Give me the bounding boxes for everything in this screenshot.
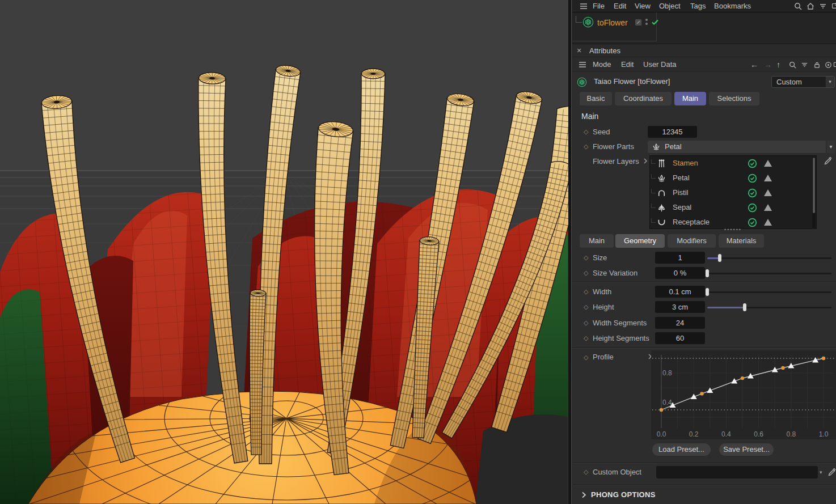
up-arrow-icon[interactable]: ↑ [776,61,780,69]
keyframe-diamond-icon[interactable]: ◇ [584,288,588,295]
lock-icon[interactable] [813,61,821,69]
layer-enabled-check-icon[interactable] [748,203,757,215]
slider-knob[interactable] [706,288,709,296]
filter-icon[interactable] [818,2,827,11]
list-item-pistil[interactable]: Pistil [650,185,816,200]
panel-resize-handle[interactable]: •••••• [649,227,817,232]
eyedropper-icon[interactable] [827,468,836,477]
menu-user-data[interactable]: User Data [643,57,677,72]
list-item-stamen[interactable]: Stamen [650,156,816,171]
menu-file[interactable]: File [593,0,605,12]
menu-edit[interactable]: Edit [614,0,626,12]
save-preset-button[interactable]: Save Preset... [719,443,774,456]
size-variation-input[interactable]: 0 % [655,267,705,279]
edit-state-icon[interactable] [635,19,642,26]
menu-edit[interactable]: Edit [621,57,634,72]
menu-object[interactable]: Object [659,0,681,12]
tab-materials[interactable]: Materials [719,234,764,248]
object-manager: toFlower [572,12,836,44]
slider-knob[interactable] [743,303,746,311]
menu-tags[interactable]: Tags [690,0,706,12]
layer-enabled-check-icon[interactable] [748,188,757,200]
search-icon[interactable] [788,61,797,69]
object-tree-item-toflower[interactable]: toFlower [597,17,628,28]
viewport-3d[interactable] [0,0,568,504]
size-variation-slider[interactable] [707,269,831,277]
list-scrollbar[interactable] [812,156,816,228]
popout-icon[interactable] [831,2,836,10]
keyframe-diamond-icon[interactable]: ◇ [584,143,588,150]
tab-main[interactable]: Main [580,234,614,248]
tab-coordinates[interactable]: Coordinates [615,92,672,105]
list-item-sepal[interactable]: Sepal [650,200,816,215]
tab-main[interactable]: Main [674,92,706,105]
height-input[interactable]: 3 cm [655,301,705,313]
slider-knob[interactable] [706,269,709,277]
panel-divider[interactable] [568,0,572,504]
layer-enabled-check-icon[interactable] [748,159,757,171]
chevron-right-icon[interactable] [581,491,587,498]
keyframe-diamond-icon[interactable]: ◇ [584,468,588,476]
layer-name: Petal [673,171,690,185]
popout-icon[interactable] [833,61,836,68]
keyframe-diamond-icon[interactable]: ◇ [584,269,588,277]
hamburger-menu-icon[interactable] [579,2,588,11]
seed-input[interactable]: 12345 [648,126,697,138]
primary-tabs: Basic Coordinates Main Selections [572,92,836,105]
size-input[interactable]: 1 [655,252,705,264]
width-segments-input[interactable]: 24 [655,317,705,329]
petal-icon [652,142,661,151]
phong-options-section[interactable]: PHONG OPTIONS [591,490,656,499]
flower-parts-dropdown[interactable]: Petal ▾ [648,141,835,153]
forward-arrow-icon[interactable]: → [764,61,772,69]
width-input[interactable]: 0.1 cm [655,286,705,298]
tab-modifiers[interactable]: Modifiers [668,234,716,248]
keyframe-diamond-icon[interactable]: ◇ [584,303,588,311]
target-icon[interactable] [824,61,833,69]
flower-layers-label: Flower Layers [593,157,639,166]
custom-object-input[interactable] [656,466,818,478]
load-preset-button[interactable]: Load Preset... [652,443,711,456]
back-arrow-icon[interactable]: ← [750,61,758,69]
layer-triangle-icon[interactable] [763,159,772,170]
close-icon[interactable]: × [577,46,581,54]
chevron-down-icon[interactable]: ▾ [820,470,822,475]
menu-bookmarks[interactable]: Bookmarks [714,0,751,12]
tree-branch-line [651,159,656,164]
keyframe-diamond-icon[interactable]: ◇ [584,128,588,135]
layer-triangle-icon[interactable] [763,204,772,214]
keyframe-diamond-icon[interactable]: ◇ [584,254,588,261]
object-title: Taiao Flower [toFlower] [594,77,670,86]
flower-generator-icon[interactable] [582,16,594,28]
chevron-right-icon[interactable] [643,158,648,164]
tab-geometry[interactable]: Geometry [615,234,665,248]
menu-mode[interactable]: Mode [593,57,611,72]
filter-icon[interactable] [800,61,809,69]
slider-knob[interactable] [718,254,721,262]
object-manager-menubar: File Edit View Object Tags Bookmarks [572,0,836,12]
keyframe-diamond-icon[interactable]: ◇ [584,354,588,361]
width-slider[interactable] [707,288,831,296]
height-slider[interactable] [707,303,831,311]
height-segments-input[interactable]: 60 [655,332,705,344]
preset-dropdown[interactable]: Custom ▾ [771,76,835,88]
layer-triangle-icon[interactable] [763,189,772,199]
keyframe-diamond-icon[interactable]: ◇ [584,319,588,327]
tab-selections[interactable]: Selections [709,92,759,105]
layer-triangle-icon[interactable] [763,174,772,184]
tab-basic[interactable]: Basic [580,92,612,105]
list-item-petal[interactable]: Petal [650,171,816,185]
size-slider[interactable] [707,254,831,262]
home-icon[interactable] [806,2,815,11]
visibility-dots-icon[interactable] [644,18,649,27]
layer-enabled-check-icon[interactable] [748,173,757,185]
attributes-panel: File Edit View Object Tags Bookmarks [568,0,836,504]
profile-curve-editor[interactable]: 0.40.80.00.20.40.60.81.0 [651,350,836,439]
hamburger-menu-icon[interactable] [578,60,587,69]
keyframe-diamond-icon[interactable]: ◇ [584,334,588,342]
enabled-check-icon[interactable] [651,18,660,27]
eyedropper-icon[interactable] [824,156,833,166]
menu-view[interactable]: View [635,0,651,12]
divider [572,282,836,283]
search-icon[interactable] [793,2,803,11]
